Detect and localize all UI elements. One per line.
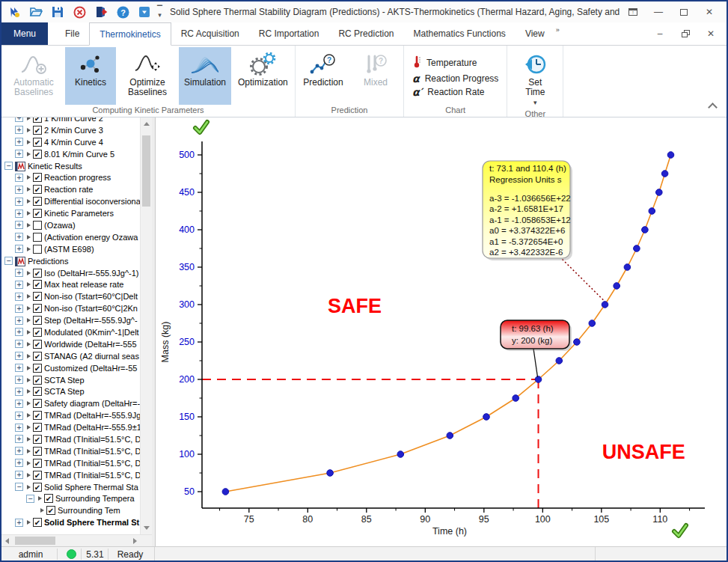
data-point[interactable] — [667, 152, 674, 159]
tab-file[interactable]: File — [55, 22, 89, 45]
tree-item[interactable]: +✔Step (DeltaHr=-555.9Jg^- — [1, 314, 140, 326]
item-checkbox[interactable]: ✔ — [33, 435, 42, 444]
collapse-ribbon-chevron-icon[interactable] — [708, 103, 718, 112]
tab-rc-prediction[interactable]: RC Prediction — [328, 22, 403, 45]
item-arrow-icon[interactable] — [27, 235, 31, 239]
optimization-button[interactable]: Optimization — [233, 47, 293, 105]
tree-item[interactable]: +✔Differential isoconversiona — [1, 195, 140, 207]
minimize-button[interactable]: — — [646, 3, 671, 21]
tree-item[interactable]: +✔Modulated (0Kmin^-1|Delt — [1, 326, 140, 338]
vscroll-thumb[interactable] — [142, 135, 150, 207]
item-checkbox[interactable]: ✔ — [33, 399, 42, 408]
prediction-button[interactable]: ? Prediction — [298, 47, 349, 105]
tree-item[interactable]: +✔Worldwide (DeltaHr=-555 — [1, 338, 140, 350]
kinetics-button[interactable]: Kinetics — [65, 47, 116, 105]
expand-box[interactable]: + — [15, 364, 23, 372]
data-point[interactable] — [656, 189, 663, 196]
hscroll-thumb[interactable] — [15, 537, 55, 545]
scroll-right-arrow-icon[interactable] — [133, 538, 137, 544]
menu-tab[interactable]: Menu — [1, 22, 48, 45]
item-checkbox[interactable]: ✔ — [33, 280, 42, 289]
data-point[interactable] — [222, 489, 229, 495]
item-arrow-icon[interactable] — [27, 449, 31, 453]
expand-box[interactable]: + — [15, 198, 23, 206]
item-arrow-icon[interactable] — [27, 318, 31, 323]
data-point[interactable] — [556, 358, 563, 364]
item-checkbox[interactable]: ✔ — [33, 483, 42, 492]
tree-item[interactable]: +✔Iso (DeltaHr=-555.9Jg^-1) — [1, 267, 140, 279]
tree-item[interactable]: +✔TMRad (TInitial=51.5°C, D — [1, 469, 140, 481]
tree-vertical-scrollbar[interactable] — [140, 117, 152, 534]
data-point[interactable] — [649, 208, 655, 215]
item-checkbox[interactable]: ✔ — [33, 292, 42, 301]
set-time-button[interactable]: Set Time ▾ — [510, 47, 560, 109]
tab-rc-acquisition[interactable]: RC Acquisition — [171, 22, 249, 45]
item-checkbox[interactable]: ✔ — [33, 138, 42, 147]
item-checkbox[interactable]: ✔ — [33, 126, 42, 135]
item-arrow-icon[interactable] — [27, 223, 31, 227]
item-arrow-icon[interactable] — [27, 271, 31, 275]
scroll-down-arrow-icon[interactable] — [144, 526, 150, 530]
open-file-icon[interactable] — [29, 5, 43, 19]
expand-box[interactable]: + — [15, 471, 23, 479]
item-checkbox[interactable]: ✔ — [33, 387, 42, 396]
expand-box[interactable]: + — [15, 352, 23, 360]
doc-restore-button[interactable] — [673, 25, 698, 43]
item-arrow-icon[interactable] — [27, 128, 31, 132]
tree-item[interactable]: +✔8.01 K/min Curve 5 — [1, 148, 140, 160]
data-point[interactable] — [661, 171, 668, 177]
data-point[interactable] — [397, 451, 404, 458]
tab-view[interactable]: View — [516, 22, 554, 45]
item-checkbox[interactable]: ✔ — [33, 328, 42, 337]
data-point[interactable] — [614, 283, 620, 290]
item-arrow-icon[interactable] — [27, 247, 31, 251]
item-arrow-icon[interactable] — [27, 117, 31, 120]
expand-box[interactable]: + — [15, 150, 23, 158]
expand-box[interactable]: + — [15, 400, 23, 408]
expand-box[interactable]: + — [15, 412, 23, 420]
expand-box[interactable]: + — [15, 317, 23, 325]
scroll-up-arrow-icon[interactable] — [144, 122, 150, 126]
maximize-button[interactable] — [671, 3, 697, 21]
tree-item[interactable]: −Predictions — [1, 255, 140, 267]
expand-box[interactable]: + — [15, 210, 23, 218]
item-arrow-icon[interactable] — [27, 330, 31, 335]
item-arrow-icon[interactable] — [27, 175, 31, 180]
tree-item[interactable]: +✔2 K/min Curve 3 — [1, 124, 140, 136]
item-checkbox[interactable]: ✔ — [33, 209, 42, 218]
item-arrow-icon[interactable] — [27, 199, 31, 204]
expand-box[interactable]: + — [15, 269, 23, 277]
tree-item[interactable]: +✔TMRad (DeltaHr=-555.9±1 — [1, 421, 140, 433]
item-arrow-icon[interactable] — [40, 508, 44, 513]
tree-item[interactable]: +✔Solid Sphere Thermal St — [1, 516, 140, 528]
expand-box[interactable]: + — [15, 117, 23, 122]
collapse-box[interactable]: − — [15, 483, 23, 491]
item-checkbox[interactable]: ✔ — [33, 197, 42, 206]
tree-item[interactable]: +(ASTM E698) — [1, 243, 140, 255]
item-checkbox[interactable]: ✔ — [33, 340, 42, 349]
expand-box[interactable]: + — [15, 245, 23, 253]
tree-item[interactable]: +✔SCTA Step — [1, 385, 140, 397]
item-arrow-icon[interactable] — [27, 306, 31, 311]
expand-box[interactable]: + — [15, 233, 23, 241]
tree-item[interactable]: +✔STANAG (A2 diurnal seas — [1, 350, 140, 362]
expand-box[interactable]: + — [15, 138, 23, 146]
tree-item[interactable]: +✔TMRad (TInitial=51.5°C, D — [1, 445, 140, 457]
tree-item[interactable]: −✔Surrounding Tempera — [1, 493, 140, 505]
tree-item[interactable]: +✔4 K/min Curve 4 — [1, 136, 140, 148]
data-point[interactable] — [447, 433, 453, 439]
item-arrow-icon[interactable] — [27, 401, 31, 406]
tab-overflow-chevron[interactable]: » — [554, 22, 564, 45]
expand-box[interactable]: + — [15, 340, 23, 348]
item-arrow-icon[interactable] — [27, 354, 31, 358]
tree-horizontal-scrollbar[interactable] — [1, 534, 152, 546]
tree-item[interactable]: +✔Non-iso (Tstart=60°C|2Kn — [1, 302, 140, 314]
item-arrow-icon[interactable] — [27, 294, 31, 299]
tree-item[interactable]: +✔Reaction progress — [1, 171, 140, 183]
expand-box[interactable]: + — [15, 126, 23, 134]
tree-item[interactable]: ✔Surrounding Tem — [1, 504, 140, 516]
item-arrow-icon[interactable] — [27, 366, 31, 370]
item-checkbox[interactable] — [33, 221, 42, 230]
expand-box[interactable]: + — [15, 293, 23, 301]
item-arrow-icon[interactable] — [27, 437, 31, 442]
